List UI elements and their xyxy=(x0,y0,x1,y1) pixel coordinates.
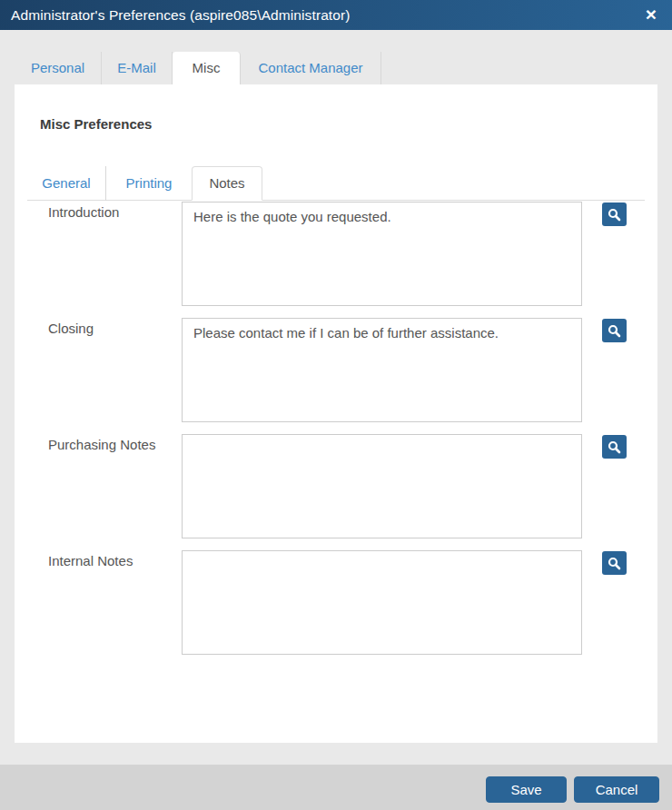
subtab-notes[interactable]: Notes xyxy=(192,166,262,201)
purchasing-notes-textarea[interactable] xyxy=(182,434,582,538)
subtab-general[interactable]: General xyxy=(27,166,106,201)
search-icon xyxy=(608,324,621,338)
section-heading: Misc Preferences xyxy=(40,117,657,132)
closing-textarea[interactable]: Please contact me if I can be of further… xyxy=(182,318,582,422)
notes-fields: Introduction Here is the quote you reque… xyxy=(15,201,657,655)
field-row-introduction: Introduction Here is the quote you reque… xyxy=(15,202,657,306)
save-button[interactable]: Save xyxy=(486,776,567,803)
closing-zoom-button[interactable] xyxy=(602,319,627,342)
misc-preferences-panel: Misc Preferences General Printing Notes … xyxy=(15,84,657,743)
main-tab-bar: Personal E-Mail Misc Contact Manager xyxy=(15,52,381,84)
closing-label: Closing xyxy=(15,318,182,337)
introduction-zoom-button[interactable] xyxy=(602,202,627,226)
field-row-purchasing-notes: Purchasing Notes xyxy=(15,434,657,538)
preferences-dialog: Administrator's Preferences (aspire085\A… xyxy=(0,0,672,810)
tab-misc[interactable]: Misc xyxy=(173,52,241,84)
close-icon: × xyxy=(646,5,657,24)
cancel-button[interactable]: Cancel xyxy=(574,776,659,803)
purchasing-notes-zoom-button[interactable] xyxy=(602,435,627,459)
dialog-footer: Save Cancel xyxy=(0,765,672,810)
search-icon xyxy=(608,557,621,570)
introduction-label: Introduction xyxy=(15,202,182,221)
search-icon xyxy=(608,440,621,454)
introduction-textarea[interactable]: Here is the quote you requested. xyxy=(182,202,582,306)
tab-contact-manager[interactable]: Contact Manager xyxy=(241,52,381,84)
field-row-internal-notes: Internal Notes xyxy=(15,550,657,655)
search-icon xyxy=(608,208,621,222)
internal-notes-textarea[interactable] xyxy=(182,550,582,655)
tab-email[interactable]: E-Mail xyxy=(102,52,173,84)
dialog-title: Administrator's Preferences (aspire085\A… xyxy=(11,7,351,24)
sub-tab-bar: General Printing Notes xyxy=(27,166,645,201)
close-button[interactable]: × xyxy=(637,0,665,30)
internal-notes-label: Internal Notes xyxy=(15,550,182,569)
internal-notes-zoom-button[interactable] xyxy=(602,551,627,575)
tab-personal[interactable]: Personal xyxy=(15,52,102,84)
purchasing-notes-label: Purchasing Notes xyxy=(15,434,182,453)
field-row-closing: Closing Please contact me if I can be of… xyxy=(15,318,657,422)
subtab-printing[interactable]: Printing xyxy=(106,166,192,201)
dialog-titlebar: Administrator's Preferences (aspire085\A… xyxy=(0,0,672,30)
